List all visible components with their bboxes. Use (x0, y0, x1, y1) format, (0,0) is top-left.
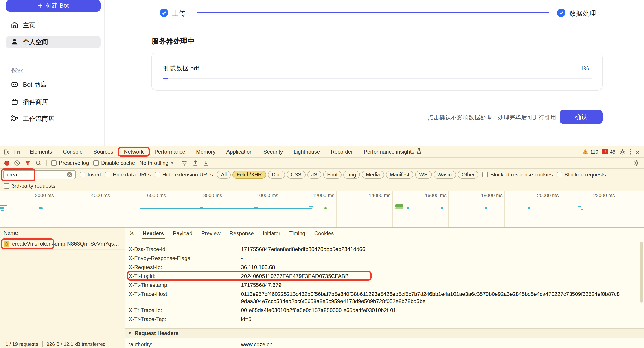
filter-pill-css[interactable]: CSS (287, 171, 306, 179)
devtools-tab-security[interactable]: Security (258, 146, 288, 157)
filter-pill-other[interactable]: Other (458, 171, 478, 179)
details-scrollbar[interactable] (640, 242, 643, 303)
filter-pill-img[interactable]: Img (343, 171, 360, 179)
filter-pill-media[interactable]: Media (362, 171, 384, 179)
hide-data-urls-checkbox-input[interactable] (105, 172, 110, 177)
search-icon[interactable] (36, 160, 42, 166)
timeline-tick: 8000 ms (168, 191, 224, 227)
network-settings-gear-icon[interactable] (633, 160, 640, 166)
hide-extension-urls-label: Hide extension URLs (162, 172, 213, 178)
devtools-tab-console[interactable]: Console (58, 146, 88, 157)
header-key: X-Tt-Trace-Host: (129, 290, 241, 298)
devtools-tab-performance-insights[interactable]: Performance insights (358, 146, 427, 157)
hide-data-urls-checkbox[interactable]: Hide data URLs (105, 172, 150, 178)
filter-pill-ws[interactable]: WS (415, 171, 432, 179)
sidebar-item-home[interactable]: 主页 (6, 19, 100, 32)
network-conditions-icon[interactable] (181, 160, 188, 166)
header-value: 0113e957cf460225213c482b0f56baf7b5e840f3… (241, 290, 620, 305)
blocked-requests-checkbox[interactable]: Blocked requests (557, 172, 606, 178)
devtools-tab-elements[interactable]: Elements (24, 146, 58, 157)
waterfall-bar (324, 207, 327, 209)
third-party-requests-checkbox[interactable]: 3rd-party requests (4, 183, 56, 189)
filter-pill-font[interactable]: Font (323, 171, 342, 179)
filter-pill-wasm[interactable]: Wasm (433, 171, 456, 179)
settings-gear-icon[interactable] (619, 149, 626, 155)
details-tab-preview[interactable]: Preview (197, 228, 225, 239)
tab-label: Sources (93, 149, 113, 155)
close-details-icon[interactable]: ✕ (125, 230, 138, 237)
export-har-icon[interactable] (203, 160, 209, 166)
devtools-close-icon[interactable]: × (636, 148, 640, 155)
tab-label: Network (124, 149, 144, 155)
preserve-log-checkbox-input[interactable] (51, 160, 56, 166)
header-value: 1717556847.679 (241, 281, 282, 289)
sidebar-item-bot-store[interactable]: Bot 商店 (6, 79, 100, 91)
blocked-requests-checkbox-input[interactable] (557, 172, 562, 177)
clear-network-log-icon[interactable] (14, 160, 20, 166)
header-row: X-Dsa-Trace-Id:1717556847edaa8ad8ebdfb30… (129, 245, 644, 254)
disable-cache-checkbox-input[interactable] (94, 160, 99, 166)
sidebar-item-plugin-store[interactable]: 插件商店 (6, 96, 100, 109)
sidebar-item-workflow-store[interactable]: 工作流商店 (6, 113, 100, 125)
details-tab-headers[interactable]: Headers (138, 228, 168, 239)
device-toolbar-icon[interactable] (14, 148, 20, 155)
devtools-tab-recorder[interactable]: Recorder (325, 146, 358, 157)
kebab-menu-icon[interactable] (630, 149, 632, 155)
waterfall-bar (485, 207, 488, 209)
create-bot-button[interactable]: 创建 Bot (6, 0, 100, 12)
disable-cache-checkbox[interactable]: Disable cache (94, 160, 135, 166)
sidebar-item-personal-space[interactable]: 个人空间 (6, 36, 100, 49)
clear-filter-icon[interactable]: ✕ (67, 172, 72, 177)
filter-funnel-icon[interactable] (25, 160, 31, 166)
preserve-log-checkbox[interactable]: Preserve log (51, 160, 89, 166)
step-data-processing-label: 数据处理 (569, 10, 596, 18)
details-tab-initiator[interactable]: Initiator (258, 228, 285, 239)
network-timeline-overview[interactable]: 2000 ms4000 ms6000 ms8000 ms10000 ms1200… (0, 191, 644, 228)
request-details-panel: ✕ HeadersPayloadPreviewResponseInitiator… (125, 228, 644, 348)
hide-extension-urls-checkbox[interactable]: Hide extension URLs (154, 172, 213, 178)
details-tab-payload[interactable]: Payload (168, 228, 197, 239)
record-network-log-icon[interactable] (4, 161, 10, 165)
devtools-tabbar: ElementsConsoleSourcesNetworkPerformance… (0, 146, 644, 158)
tab-label: Performance insights (364, 149, 414, 155)
filter-pill-js[interactable]: JS (307, 171, 321, 179)
timeline-tick: 20000 ms (505, 191, 561, 227)
throttling-dropdown[interactable]: No throttling ▼ (140, 160, 174, 166)
filter-input[interactable]: creat ✕ (3, 170, 76, 179)
hide-extension-urls-checkbox-input[interactable] (154, 172, 160, 177)
filter-pill-all[interactable]: All (217, 171, 231, 179)
inspect-element-icon[interactable] (3, 148, 10, 155)
devtools-tab-lighthouse[interactable]: Lighthouse (288, 146, 325, 157)
filter-pill-fetch-xhr[interactable]: Fetch/XHR (233, 171, 266, 179)
devtools-tab-network[interactable]: Network (118, 146, 149, 157)
filter-pill-doc[interactable]: Doc (268, 171, 285, 179)
waterfall-bar (396, 204, 404, 207)
details-tab-response[interactable]: Response (225, 228, 258, 239)
fetch-xhr-icon: {} (4, 241, 10, 247)
blocked-response-cookies-checkbox[interactable]: Blocked response cookies (483, 172, 553, 178)
invert-checkbox-input[interactable] (80, 172, 85, 177)
request-row[interactable]: {}create?msToken=dmprN863Qm-SeVmYqs… (0, 238, 125, 250)
devtools-tab-sources[interactable]: Sources (88, 146, 118, 157)
filter-pill-manifest[interactable]: Manifest (386, 171, 413, 179)
devtools-tab-memory[interactable]: Memory (191, 146, 221, 157)
confirm-button[interactable]: 确认 (560, 110, 603, 124)
sidebar-item-label: Bot 商店 (23, 81, 47, 89)
header-value: 20240605110727FAE479F3EAD0735CFABB (241, 272, 349, 280)
third-party-requests-checkbox-input[interactable] (4, 183, 10, 189)
blocked-response-cookies-checkbox-input[interactable] (483, 172, 488, 177)
devtools-tab-performance[interactable]: Performance (149, 146, 190, 157)
request-headers-section-header[interactable]: ▼ Request Headers (125, 328, 644, 338)
warnings-counter[interactable]: 110 (582, 148, 598, 155)
details-tab-timing[interactable]: Timing (285, 228, 310, 239)
details-tab-cookies[interactable]: Cookies (310, 228, 338, 239)
header-row: X-Tt-Timestamp:1717556847.679 (129, 281, 644, 290)
invert-checkbox[interactable]: Invert (80, 172, 101, 178)
header-row: X-Tt-Logid:20240605110727FAE479F3EAD0735… (129, 272, 644, 281)
waterfall-bar (39, 207, 43, 209)
progress-percent-label: 1% (580, 65, 589, 72)
errors-counter[interactable]: 45 (602, 148, 616, 155)
name-column-header[interactable]: Name (0, 228, 125, 238)
devtools-tab-application[interactable]: Application (221, 146, 258, 157)
import-har-icon[interactable] (193, 160, 198, 166)
